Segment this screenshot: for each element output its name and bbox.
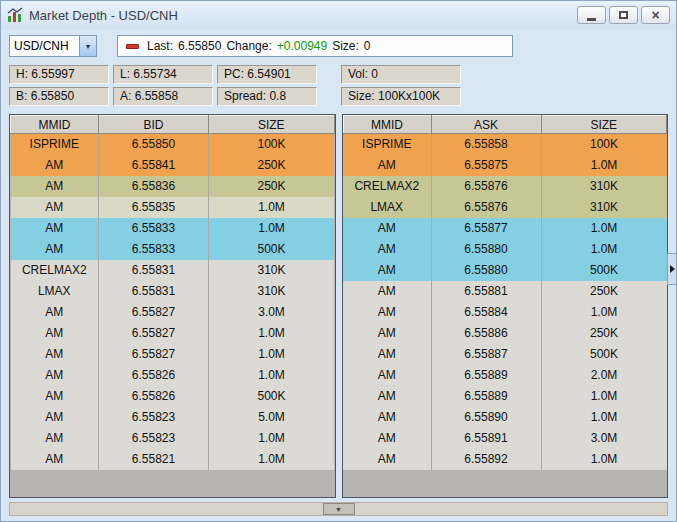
depth-row[interactable]: AM6.558751.0M [343,155,667,176]
cell-mmid: AM [11,407,99,428]
cell-mmid: AM [11,176,99,197]
depth-row[interactable]: ISPRIME6.55858100K [343,134,667,155]
minimize-button[interactable] [577,6,606,24]
cell-size: 1.0M [209,428,335,449]
depth-row[interactable]: CRELMAX26.55831310K [11,260,335,281]
cell-size: 250K [541,281,667,302]
cell-mmid: AM [11,365,99,386]
depth-row[interactable]: AM6.558913.0M [343,428,667,449]
bid-price-header: BID [99,116,209,134]
cell-size: 100K [209,134,335,155]
cell-price: 6.55876 [431,176,541,197]
depth-row[interactable]: AM6.558892.0M [343,365,667,386]
depth-row[interactable]: AM6.55881250K [343,281,667,302]
cell-mmid: CRELMAX2 [343,176,431,197]
depth-row[interactable]: AM6.55880500K [343,260,667,281]
close-button[interactable]: × [641,6,670,24]
minimize-icon [587,18,596,21]
cell-mmid: AM [343,155,431,176]
cell-size: 1.0M [209,344,335,365]
cell-mmid: ISPRIME [11,134,99,155]
depth-row[interactable]: ISPRIME6.55850100K [11,134,335,155]
depth-row[interactable]: AM6.55833500K [11,239,335,260]
cell-size: 1.0M [541,407,667,428]
horizontal-scrollbar[interactable]: ▼ [9,502,668,516]
cell-price: 6.55877 [431,218,541,239]
bid-mmid-header: MMID [11,116,99,134]
cell-size: 1.0M [209,365,335,386]
depth-row[interactable]: AM6.558211.0M [11,449,335,470]
stat-prev-close: PC: 6.54901 [217,65,317,84]
restore-button[interactable] [609,6,638,24]
cell-size: 1.0M [541,302,667,323]
depth-row[interactable]: AM6.558771.0M [343,218,667,239]
depth-row[interactable]: AM6.55886250K [343,323,667,344]
cell-mmid: AM [343,260,431,281]
symbol-value: USD/CNH [10,36,79,56]
stat-value: 6.55858 [135,89,178,103]
cell-price: 6.55892 [431,449,541,470]
cell-mmid: AM [343,344,431,365]
cell-size: 1.0M [541,218,667,239]
depth-row[interactable]: AM6.55841250K [11,155,335,176]
depth-row[interactable]: AM6.558271.0M [11,344,335,365]
cell-mmid: LMAX [11,281,99,302]
cell-size: 310K [541,176,667,197]
stat-ask: A: 6.55858 [113,87,213,106]
stat-label: L: [120,67,130,81]
depth-row[interactable]: AM6.558351.0M [11,197,335,218]
cell-mmid: AM [343,386,431,407]
depth-row[interactable]: AM6.558271.0M [11,323,335,344]
depth-row[interactable]: LMAX6.55831310K [11,281,335,302]
stat-value: 0 [371,67,378,81]
cell-price: 6.55827 [99,302,209,323]
chevron-down-icon[interactable]: ▼ [79,36,96,56]
depth-row[interactable]: CRELMAX26.55876310K [343,176,667,197]
bid-header-row: MMID BID SIZE [11,116,335,134]
depth-row[interactable]: AM6.558235.0M [11,407,335,428]
cell-price: 6.55826 [99,365,209,386]
cell-size: 250K [541,323,667,344]
size-label: Size: [332,39,359,53]
depth-row[interactable]: AM6.55836250K [11,176,335,197]
change-label: Change: [226,39,271,53]
cell-mmid: AM [11,323,99,344]
stats-panel: H: 6.55997 L: 6.55734 PC: 6.54901 Vol: 0… [9,65,668,106]
size-value: 0 [364,39,371,53]
depth-row[interactable]: AM6.558841.0M [343,302,667,323]
cell-size: 1.0M [209,449,335,470]
restore-icon [619,11,628,19]
symbol-combobox[interactable]: USD/CNH ▼ [9,35,97,57]
cell-mmid: AM [343,323,431,344]
cell-price: 6.55831 [99,281,209,302]
last-value: 6.55850 [178,39,221,53]
red-dash-icon [126,44,139,49]
cell-size: 1.0M [209,197,335,218]
depth-row[interactable]: AM6.558231.0M [11,428,335,449]
title-bar[interactable]: Market Depth - USD/CNH × [1,1,676,29]
depth-row[interactable]: AM6.55887500K [343,344,667,365]
cell-mmid: AM [11,449,99,470]
depth-row[interactable]: AM6.558901.0M [343,407,667,428]
depth-row[interactable]: AM6.558261.0M [11,365,335,386]
depth-row[interactable]: AM6.558801.0M [343,239,667,260]
depth-row[interactable]: AM6.55826500K [11,386,335,407]
depth-row[interactable]: LMAX6.55876310K [343,197,667,218]
cell-mmid: ISPRIME [343,134,431,155]
stat-label: Spread: [224,89,266,103]
bid-table-body: ISPRIME6.55850100KAM6.55841250KAM6.55836… [11,134,335,470]
depth-row[interactable]: AM6.558921.0M [343,449,667,470]
scrollbar-thumb[interactable]: ▼ [323,503,355,515]
depth-row[interactable]: AM6.558891.0M [343,386,667,407]
stat-size: Size: 100Kx100K [341,87,461,106]
cell-mmid: AM [11,239,99,260]
stat-bid: B: 6.55850 [9,87,109,106]
cell-size: 310K [209,260,335,281]
cell-price: 6.55890 [431,407,541,428]
depth-row[interactable]: AM6.558273.0M [11,302,335,323]
pane-expander-button[interactable] [667,253,676,285]
stat-value: 6.55734 [133,67,176,81]
stat-label: H: [16,67,28,81]
depth-row[interactable]: AM6.558331.0M [11,218,335,239]
cell-size: 250K [209,155,335,176]
